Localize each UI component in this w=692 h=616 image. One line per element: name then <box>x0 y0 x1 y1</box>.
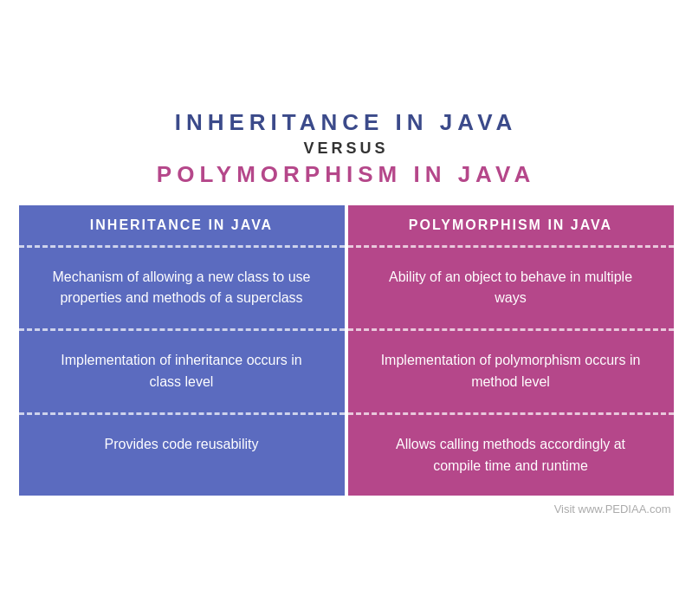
cell-right-3: Allows calling methods accordingly at co… <box>348 415 674 496</box>
cell-left-3: Provides code reusability <box>19 415 345 475</box>
page-container: INHERITANCE IN JAVA VERSUS POLYMORPHISM … <box>9 92 684 525</box>
column-inheritance: INHERITANCE IN JAVA Mechanism of allowin… <box>19 205 345 496</box>
cell-left-1: Mechanism of allowing a new class to use… <box>19 248 345 332</box>
column-polymorphism: POLYMORPHISM IN JAVA Ability of an objec… <box>348 205 674 496</box>
footer-credit: Visit www.PEDIAA.com <box>17 503 676 515</box>
col-right-header: POLYMORPHISM IN JAVA <box>348 205 674 248</box>
cell-right-2: Implementation of polymorphism occurs in… <box>348 331 674 415</box>
title-polymorphism: POLYMORPHISM IN JAVA <box>17 161 676 188</box>
comparison-table: INHERITANCE IN JAVA Mechanism of allowin… <box>17 204 676 498</box>
versus-label: VERSUS <box>17 139 676 158</box>
header: INHERITANCE IN JAVA VERSUS POLYMORPHISM … <box>17 109 676 188</box>
cell-right-1: Ability of an object to behave in multip… <box>348 248 674 332</box>
cell-left-2: Implementation of inheritance occurs in … <box>19 331 345 415</box>
title-inheritance: INHERITANCE IN JAVA <box>17 109 676 136</box>
col-left-header: INHERITANCE IN JAVA <box>19 205 345 248</box>
